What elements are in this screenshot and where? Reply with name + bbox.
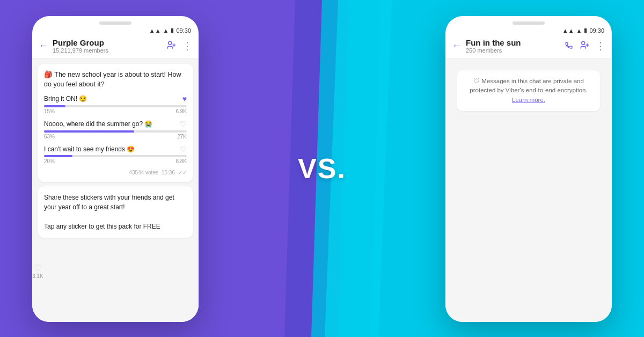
poll-option-2[interactable]: Noooo, where did the summer go? 😭 ♡ 63% … bbox=[44, 120, 187, 140]
poll-option-3-heart[interactable]: ♡ bbox=[180, 145, 187, 153]
poll-check: ✓✓ bbox=[178, 170, 187, 175]
time-left: 09:30 bbox=[176, 27, 191, 34]
poll-option-1[interactable]: Bring it ON! 😏 ♥ 15% 6.9K bbox=[44, 94, 187, 114]
poll-total-votes: 43544 votes bbox=[129, 170, 158, 175]
wifi-icon-left: ▲ bbox=[163, 27, 169, 34]
status-bar-right: ▲▲ ▲ ▮ 09:30 bbox=[445, 25, 612, 34]
svg-point-6 bbox=[582, 41, 585, 45]
poll-option-1-text: Bring it ON! 😏 bbox=[44, 94, 87, 104]
message-card: Share these stickers with your friends a… bbox=[38, 186, 193, 238]
poll-option-1-heart[interactable]: ♥ bbox=[182, 94, 187, 103]
svg-point-3 bbox=[169, 41, 172, 45]
shield-icon: 🛡 bbox=[473, 78, 480, 84]
back-button-right[interactable]: ← bbox=[452, 40, 462, 52]
battery-icon-left: ▮ bbox=[171, 27, 174, 34]
call-button-right[interactable] bbox=[565, 41, 573, 51]
signal-icon-right: ▲▲ bbox=[562, 27, 574, 34]
chat-body-left: 🎒 The new school year is about to start!… bbox=[32, 58, 199, 322]
vs-label: VS. bbox=[298, 152, 346, 185]
poll-question: 🎒 The new school year is about to start!… bbox=[44, 70, 187, 89]
battery-icon-right: ▮ bbox=[584, 27, 587, 34]
member-count-right: 250 members bbox=[466, 47, 560, 54]
more-button-left[interactable]: ⋮ bbox=[182, 40, 192, 52]
chat-header-left: ← Purple Group 15,211,979 members ⋮ bbox=[32, 34, 199, 58]
like-count: 3.1K bbox=[32, 273, 43, 279]
time-right: 09:30 bbox=[589, 27, 604, 34]
poll-option-2-heart[interactable]: ♡ bbox=[180, 120, 187, 128]
group-name-right: Fun in the sun bbox=[466, 38, 560, 47]
phone-right: ▲▲ ▲ ▮ 09:30 ← Fun in the sun 250 member… bbox=[445, 16, 612, 322]
header-info-right: Fun in the sun 250 members bbox=[466, 38, 560, 54]
add-member-button-right[interactable] bbox=[580, 40, 589, 52]
like-icon: ♡ bbox=[34, 263, 41, 273]
poll-votes-1: 6.9K bbox=[175, 108, 187, 114]
chat-header-right: ← Fun in the sun 250 members ⋮ bbox=[445, 34, 612, 58]
poll-percent-3: 20% bbox=[44, 158, 55, 164]
status-bar-left: ▲▲ ▲ ▮ 09:30 bbox=[32, 25, 199, 34]
poll-percent-1: 15% bbox=[44, 108, 55, 114]
poll-bar-bg-3 bbox=[44, 155, 187, 157]
poll-option-3-text: I can't wait to see my friends 😍 bbox=[44, 145, 135, 154]
header-actions-left: ⋮ bbox=[166, 40, 192, 52]
add-member-button-left[interactable] bbox=[166, 40, 176, 52]
back-button-left[interactable]: ← bbox=[39, 40, 48, 52]
phone-left: ▲▲ ▲ ▮ 09:30 ← Purple Group 15,211,979 m… bbox=[32, 16, 199, 322]
poll-bar-bg-1 bbox=[44, 105, 187, 107]
chat-body-right: 🛡 Messages in this chat are private and … bbox=[445, 58, 612, 322]
poll-card: 🎒 The new school year is about to start!… bbox=[38, 64, 193, 182]
message-text: Share these stickers with your friends a… bbox=[44, 193, 187, 231]
poll-footer: 43544 votes 15:36 ✓✓ bbox=[44, 170, 187, 175]
signal-icon-left: ▲▲ bbox=[149, 27, 161, 34]
privacy-notice: 🛡 Messages in this chat are private and … bbox=[457, 70, 600, 111]
poll-option-2-text: Noooo, where did the summer go? 😭 bbox=[44, 120, 152, 129]
poll-bar-fill-3 bbox=[44, 155, 72, 157]
more-button-right[interactable]: ⋮ bbox=[596, 40, 605, 52]
poll-votes-3: 8.8K bbox=[175, 158, 187, 164]
poll-bar-fill-1 bbox=[44, 105, 65, 107]
poll-votes-2: 27K bbox=[177, 134, 187, 140]
poll-bar-bg-2 bbox=[44, 130, 187, 133]
poll-percent-2: 63% bbox=[44, 134, 55, 140]
wifi-icon-right: ▲ bbox=[576, 27, 582, 34]
poll-bar-fill-2 bbox=[44, 130, 134, 133]
learn-more-link[interactable]: Learn more. bbox=[512, 97, 545, 103]
group-name-left: Purple Group bbox=[53, 38, 162, 47]
header-actions-right: ⋮ bbox=[565, 40, 605, 52]
poll-time: 15:36 bbox=[162, 170, 175, 175]
member-count-left: 15,211,979 members bbox=[53, 47, 162, 54]
privacy-text: Messages in this chat are private and pr… bbox=[470, 78, 587, 93]
poll-option-3[interactable]: I can't wait to see my friends 😍 ♡ 20% 8… bbox=[44, 145, 187, 165]
like-bubble[interactable]: ♡ 3.1K bbox=[32, 263, 43, 279]
header-info-left: Purple Group 15,211,979 members bbox=[53, 38, 162, 54]
